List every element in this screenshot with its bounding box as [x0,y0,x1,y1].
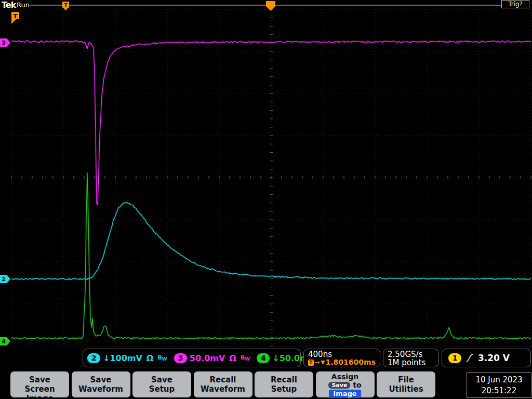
menu-button-line: Save [72,375,130,384]
assign-target-highlight: Image [329,390,361,398]
menu-button-line: Waveform [72,384,130,394]
svg-text:T: T [14,13,18,20]
svg-text:2: 2 [2,276,6,283]
trigger-level-value: 3.20 V [478,353,510,363]
delay-time-readout: T→▼1.801600ms [308,358,376,366]
sample-rate: 2.50GS/s [388,350,434,358]
svg-text:3: 3 [2,39,6,46]
ch3-bandwidth-limit-indicator: BW [241,354,250,362]
ch2-readout: 2 ↓100mVΩBW [87,353,167,363]
rising-edge-slope-icon [466,353,473,363]
datetime-box: 10 Jun 2023 20:51:22 [467,373,531,398]
ch2-bandwidth-limit-indicator: BW [157,354,167,362]
menu-button-line: File [377,375,435,384]
ch3-coupling: Ω [229,353,236,363]
menu-button-recall-waveform[interactable]: RecallWaveform [194,371,252,397]
ch3-readout-badge[interactable]: 3 [174,353,187,363]
ch3-readout: 3 50.0mVΩBW [174,353,250,363]
menu-bar: SaveScreen ImageSaveWaveformSaveSetupRec… [10,371,438,397]
expansion-point-icon: ▼ [321,358,325,366]
top-bar: Tek Run Trig? [0,0,532,9]
trigger-source-badge[interactable]: 1 [448,353,461,363]
svg-text:4: 4 [2,338,6,345]
menu-button-line: Save [132,375,191,384]
trigger-status-indicator: Trig? [501,0,529,8]
horizontal-readout-box: 400ns T→▼1.801600ms [303,349,380,367]
menu-button-assign-save-to[interactable]: AssignSave toImage [316,371,375,397]
oscilloscope-screen: TT324 Tek Run Trig? 2 ↓100mVΩBW 3 50.0mV… [0,0,532,399]
trigger-level-marker-arrow [11,19,16,24]
record-length: 1M points [388,358,434,367]
menu-button-line: Save to [316,381,375,389]
time-display: 20:51:22 [467,385,531,396]
channel-readouts-box: 2 ↓100mVΩBW 3 50.0mVΩBW 4 ↓50.0mVΩBW [83,349,301,367]
save-inline-badge: Save [328,382,350,389]
menu-button-line: Utilities [377,384,435,394]
date-display: 10 Jun 2023 [467,375,531,385]
waveform-ch3 [11,41,531,205]
menu-button-line: Image [316,389,375,398]
menu-button-line: Waveform [194,384,252,394]
menu-button-line: Setup [255,384,313,394]
ch2-readout-badge[interactable]: 2 [87,353,100,363]
acquisition-readout-box: 2.50GS/s 1M points [383,349,439,367]
ch4-readout-badge[interactable]: 4 [257,353,270,363]
readout-bar: 2 ↓100mVΩBW 3 50.0mVΩBW 4 ↓50.0mVΩBW 400… [0,347,532,371]
menu-button-recall-setup[interactable]: RecallSetup [255,371,313,397]
menu-button-file-utilities[interactable]: FileUtilities [377,371,435,397]
menu-button-line: Recall [255,375,313,384]
menu-button-save-waveform[interactable]: SaveWaveform [72,371,130,397]
trigger-symbol-icon: T [308,360,314,366]
ch2-coupling: Ω [147,353,154,363]
menu-button-line: Save [10,375,69,384]
arrow-right-icon: → [315,358,320,366]
waveform-ch3-glow [11,41,531,205]
menu-button-line: Recall [194,375,252,384]
timebase-scale: 400ns [308,350,376,358]
acquisition-run-status: Run [17,1,30,9]
delay-value: 1.801600ms [326,358,376,366]
menu-button-save-screen-image[interactable]: SaveScreen Image [10,371,69,397]
waveform-display: TT324 [0,0,532,399]
menu-button-line: Screen Image [10,384,69,399]
ch2-scale: ↓100mV [103,353,142,363]
tek-logo: Tek [2,0,16,10]
trigger-readout-box: 1 3.20 V [442,349,531,367]
menu-button-line: Assign [316,373,375,381]
ch3-scale: 50.0mV [190,353,225,363]
menu-button-line: Setup [132,384,191,394]
menu-button-save-setup[interactable]: SaveSetup [132,371,191,397]
